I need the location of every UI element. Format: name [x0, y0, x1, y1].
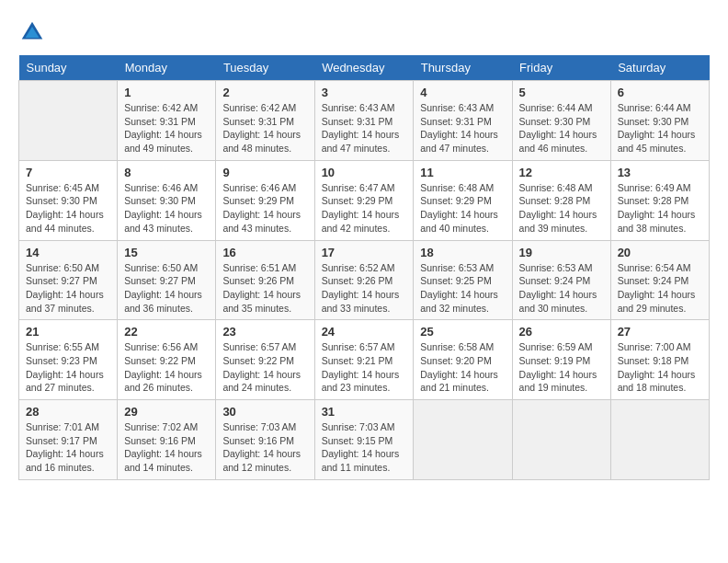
- calendar-cell: 2Sunrise: 6:42 AMSunset: 9:31 PMDaylight…: [216, 81, 314, 161]
- day-number: 25: [420, 325, 505, 339]
- day-info: Sunrise: 6:43 AMSunset: 9:31 PMDaylight:…: [322, 101, 407, 155]
- day-info: Sunrise: 6:44 AMSunset: 9:30 PMDaylight:…: [519, 101, 604, 155]
- weekday-header-monday: Monday: [118, 55, 216, 81]
- day-number: 4: [420, 86, 505, 99]
- day-info: Sunrise: 6:59 AMSunset: 9:19 PMDaylight:…: [519, 340, 604, 395]
- day-number: 24: [322, 325, 407, 339]
- day-number: 14: [26, 246, 110, 259]
- calendar-cell: [414, 400, 512, 480]
- calendar-cell: [610, 400, 709, 480]
- day-number: 31: [322, 405, 407, 419]
- day-number: 16: [222, 246, 307, 259]
- calendar-week-2: 7Sunrise: 6:45 AMSunset: 9:30 PMDaylight…: [19, 160, 710, 240]
- day-number: 30: [222, 405, 307, 419]
- day-info: Sunrise: 6:42 AMSunset: 9:31 PMDaylight:…: [222, 101, 307, 155]
- calendar-cell: 28Sunrise: 7:01 AMSunset: 9:17 PMDayligh…: [19, 400, 118, 480]
- day-number: 29: [124, 405, 209, 419]
- day-number: 11: [420, 166, 505, 179]
- calendar-cell: 4Sunrise: 6:43 AMSunset: 9:31 PMDaylight…: [414, 81, 512, 161]
- day-info: Sunrise: 6:53 AMSunset: 9:25 PMDaylight:…: [420, 261, 505, 316]
- day-info: Sunrise: 6:57 AMSunset: 9:22 PMDaylight:…: [222, 340, 307, 395]
- calendar-cell: 6Sunrise: 6:44 AMSunset: 9:30 PMDaylight…: [610, 81, 709, 161]
- day-info: Sunrise: 6:46 AMSunset: 9:29 PMDaylight:…: [222, 181, 307, 236]
- day-number: 15: [124, 246, 209, 259]
- calendar-cell: 12Sunrise: 6:48 AMSunset: 9:28 PMDayligh…: [512, 160, 610, 240]
- calendar-cell: 18Sunrise: 6:53 AMSunset: 9:25 PMDayligh…: [414, 240, 512, 320]
- calendar-cell: 8Sunrise: 6:46 AMSunset: 9:30 PMDaylight…: [118, 160, 216, 240]
- day-info: Sunrise: 6:42 AMSunset: 9:31 PMDaylight:…: [124, 101, 209, 155]
- day-number: 22: [124, 325, 209, 339]
- calendar-cell: 19Sunrise: 6:53 AMSunset: 9:24 PMDayligh…: [512, 240, 610, 320]
- calendar-cell: 11Sunrise: 6:48 AMSunset: 9:29 PMDayligh…: [414, 160, 512, 240]
- calendar-cell: [19, 81, 118, 161]
- day-info: Sunrise: 6:47 AMSunset: 9:29 PMDaylight:…: [322, 181, 407, 236]
- calendar-cell: 26Sunrise: 6:59 AMSunset: 9:19 PMDayligh…: [512, 320, 610, 400]
- weekday-header-row: SundayMondayTuesdayWednesdayThursdayFrid…: [19, 55, 710, 81]
- calendar-week-4: 21Sunrise: 6:55 AMSunset: 9:23 PMDayligh…: [19, 320, 710, 400]
- calendar-cell: 27Sunrise: 7:00 AMSunset: 9:18 PMDayligh…: [610, 320, 709, 400]
- weekday-header-thursday: Thursday: [414, 55, 512, 81]
- day-number: 1: [124, 86, 209, 99]
- day-number: 19: [519, 246, 604, 259]
- weekday-header-wednesday: Wednesday: [314, 55, 414, 81]
- calendar-cell: 5Sunrise: 6:44 AMSunset: 9:30 PMDaylight…: [512, 81, 610, 161]
- day-info: Sunrise: 7:00 AMSunset: 9:18 PMDaylight:…: [618, 340, 702, 395]
- day-number: 23: [222, 325, 307, 339]
- day-info: Sunrise: 6:55 AMSunset: 9:23 PMDaylight:…: [26, 340, 110, 395]
- day-info: Sunrise: 6:43 AMSunset: 9:31 PMDaylight:…: [420, 101, 505, 155]
- day-info: Sunrise: 6:48 AMSunset: 9:29 PMDaylight:…: [420, 181, 505, 236]
- calendar-cell: 1Sunrise: 6:42 AMSunset: 9:31 PMDaylight…: [118, 81, 216, 161]
- day-number: 10: [322, 166, 407, 179]
- calendar-cell: 13Sunrise: 6:49 AMSunset: 9:28 PMDayligh…: [610, 160, 709, 240]
- day-info: Sunrise: 6:46 AMSunset: 9:30 PMDaylight:…: [124, 181, 209, 236]
- day-number: 2: [222, 86, 307, 99]
- day-info: Sunrise: 6:56 AMSunset: 9:22 PMDaylight:…: [124, 340, 209, 395]
- calendar-cell: 3Sunrise: 6:43 AMSunset: 9:31 PMDaylight…: [314, 81, 414, 161]
- calendar-cell: [512, 400, 610, 480]
- day-info: Sunrise: 6:50 AMSunset: 9:27 PMDaylight:…: [26, 261, 110, 316]
- day-info: Sunrise: 6:51 AMSunset: 9:26 PMDaylight:…: [222, 261, 307, 316]
- logo-icon: [18, 18, 46, 46]
- day-number: 12: [519, 166, 604, 179]
- calendar-cell: 14Sunrise: 6:50 AMSunset: 9:27 PMDayligh…: [19, 240, 118, 320]
- calendar-cell: 31Sunrise: 7:03 AMSunset: 9:15 PMDayligh…: [314, 400, 414, 480]
- day-number: 21: [26, 325, 110, 339]
- day-number: 5: [519, 86, 604, 99]
- weekday-header-friday: Friday: [512, 55, 610, 81]
- day-info: Sunrise: 6:44 AMSunset: 9:30 PMDaylight:…: [618, 101, 702, 155]
- day-info: Sunrise: 6:45 AMSunset: 9:30 PMDaylight:…: [26, 181, 110, 236]
- calendar-week-3: 14Sunrise: 6:50 AMSunset: 9:27 PMDayligh…: [19, 240, 710, 320]
- day-number: 27: [618, 325, 702, 339]
- calendar-cell: 25Sunrise: 6:58 AMSunset: 9:20 PMDayligh…: [414, 320, 512, 400]
- day-info: Sunrise: 7:03 AMSunset: 9:16 PMDaylight:…: [222, 420, 307, 475]
- day-number: 6: [618, 86, 702, 99]
- day-info: Sunrise: 6:48 AMSunset: 9:28 PMDaylight:…: [519, 181, 604, 236]
- day-info: Sunrise: 6:53 AMSunset: 9:24 PMDaylight:…: [519, 261, 604, 316]
- day-info: Sunrise: 6:49 AMSunset: 9:28 PMDaylight:…: [618, 181, 702, 236]
- calendar-cell: 21Sunrise: 6:55 AMSunset: 9:23 PMDayligh…: [19, 320, 118, 400]
- calendar-body: 1Sunrise: 6:42 AMSunset: 9:31 PMDaylight…: [19, 81, 710, 480]
- weekday-header-saturday: Saturday: [610, 55, 709, 81]
- weekday-header-sunday: Sunday: [19, 55, 118, 81]
- day-info: Sunrise: 6:58 AMSunset: 9:20 PMDaylight:…: [420, 340, 505, 395]
- calendar-cell: 15Sunrise: 6:50 AMSunset: 9:27 PMDayligh…: [118, 240, 216, 320]
- calendar-cell: 29Sunrise: 7:02 AMSunset: 9:16 PMDayligh…: [118, 400, 216, 480]
- weekday-header-tuesday: Tuesday: [216, 55, 314, 81]
- day-info: Sunrise: 7:03 AMSunset: 9:15 PMDaylight:…: [322, 420, 407, 475]
- calendar-cell: 30Sunrise: 7:03 AMSunset: 9:16 PMDayligh…: [216, 400, 314, 480]
- logo: [18, 18, 50, 46]
- calendar-cell: 16Sunrise: 6:51 AMSunset: 9:26 PMDayligh…: [216, 240, 314, 320]
- calendar-week-5: 28Sunrise: 7:01 AMSunset: 9:17 PMDayligh…: [19, 400, 710, 480]
- calendar-cell: 24Sunrise: 6:57 AMSunset: 9:21 PMDayligh…: [314, 320, 414, 400]
- page-header: [18, 18, 710, 46]
- day-number: 7: [26, 166, 110, 179]
- day-number: 20: [618, 246, 702, 259]
- calendar-cell: 9Sunrise: 6:46 AMSunset: 9:29 PMDaylight…: [216, 160, 314, 240]
- day-info: Sunrise: 6:50 AMSunset: 9:27 PMDaylight:…: [124, 261, 209, 316]
- day-info: Sunrise: 7:02 AMSunset: 9:16 PMDaylight:…: [124, 420, 209, 475]
- day-number: 9: [222, 166, 307, 179]
- day-number: 18: [420, 246, 505, 259]
- calendar-cell: 7Sunrise: 6:45 AMSunset: 9:30 PMDaylight…: [19, 160, 118, 240]
- calendar-cell: 20Sunrise: 6:54 AMSunset: 9:24 PMDayligh…: [610, 240, 709, 320]
- calendar-cell: 22Sunrise: 6:56 AMSunset: 9:22 PMDayligh…: [118, 320, 216, 400]
